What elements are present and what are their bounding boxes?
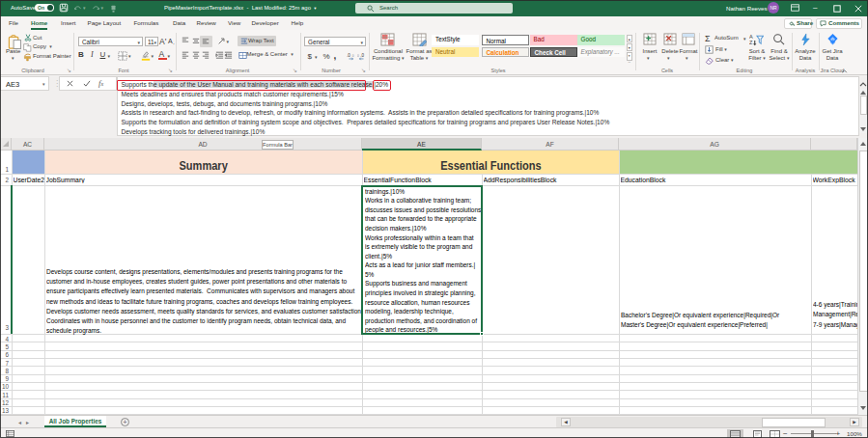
svg-text:.0: .0 [347,53,350,58]
svg-text:0: 0 [357,54,359,58]
svg-text:0: 0 [351,54,353,58]
svg-text:Z: Z [749,40,753,45]
svg-text:.0: .0 [360,53,364,58]
svg-text:A: A [749,33,753,39]
